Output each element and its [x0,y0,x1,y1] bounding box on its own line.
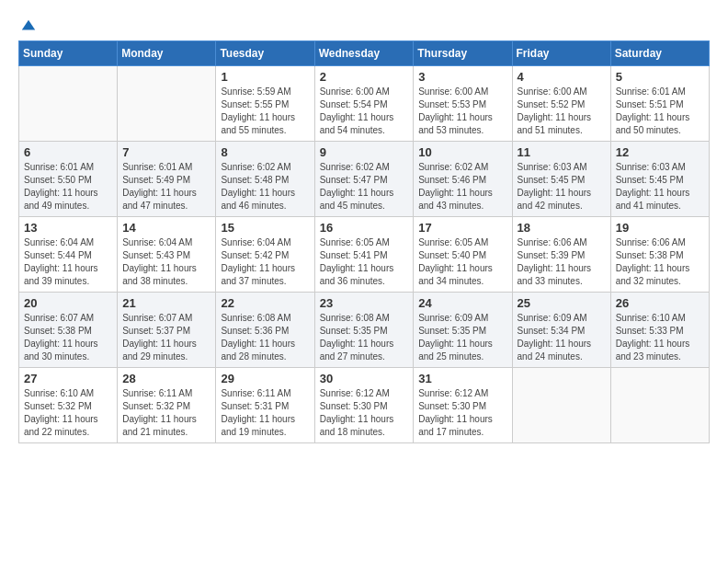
day-number: 23 [320,296,409,310]
day-info: Sunrise: 6:01 AMSunset: 5:51 PMDaylight:… [616,86,704,137]
calendar-cell: 25Sunrise: 6:09 AMSunset: 5:34 PMDayligh… [512,293,610,368]
day-number: 8 [221,145,309,159]
day-number: 11 [518,145,606,159]
day-info: Sunrise: 6:02 AMSunset: 5:48 PMDaylight:… [221,161,309,213]
calendar-cell: 16Sunrise: 6:05 AMSunset: 5:41 PMDayligh… [314,217,414,293]
day-number: 26 [616,296,704,310]
day-number: 31 [418,372,506,385]
calendar-cell: 1Sunrise: 5:59 AMSunset: 5:55 PMDaylight… [216,66,314,142]
column-header-wednesday: Wednesday [314,41,414,66]
day-number: 20 [24,296,112,310]
calendar-cell: 7Sunrise: 6:01 AMSunset: 5:49 PMDaylight… [118,142,216,217]
day-number: 17 [418,221,506,235]
calendar-header-row: SundayMondayTuesdayWednesdayThursdayFrid… [19,41,710,66]
day-info: Sunrise: 6:04 AMSunset: 5:42 PMDaylight:… [221,236,309,288]
calendar-cell: 23Sunrise: 6:08 AMSunset: 5:35 PMDayligh… [314,293,414,368]
calendar-cell: 22Sunrise: 6:08 AMSunset: 5:36 PMDayligh… [216,293,314,368]
day-info: Sunrise: 6:11 AMSunset: 5:32 PMDaylight:… [122,387,210,439]
calendar-cell: 4Sunrise: 6:00 AMSunset: 5:52 PMDaylight… [512,66,610,142]
day-info: Sunrise: 6:02 AMSunset: 5:46 PMDaylight:… [418,161,506,213]
day-number: 16 [320,221,409,235]
day-info: Sunrise: 6:09 AMSunset: 5:34 PMDaylight:… [518,312,606,363]
day-number: 4 [518,70,606,84]
column-header-monday: Monday [118,41,216,66]
day-number: 7 [122,145,210,159]
day-info: Sunrise: 6:07 AMSunset: 5:38 PMDaylight:… [24,312,112,363]
calendar-cell: 3Sunrise: 6:00 AMSunset: 5:53 PMDaylight… [414,66,512,142]
day-number: 3 [418,70,506,84]
day-number: 27 [24,372,112,385]
day-number: 13 [24,221,112,235]
calendar-cell: 30Sunrise: 6:12 AMSunset: 5:30 PMDayligh… [314,368,414,443]
day-number: 24 [418,296,506,310]
day-number: 14 [122,221,210,235]
calendar-table: SundayMondayTuesdayWednesdayThursdayFrid… [18,40,710,443]
calendar-week-row: 1Sunrise: 5:59 AMSunset: 5:55 PMDaylight… [19,66,710,142]
day-info: Sunrise: 6:10 AMSunset: 5:32 PMDaylight:… [24,387,112,439]
day-info: Sunrise: 6:00 AMSunset: 5:52 PMDaylight:… [518,86,606,137]
calendar-cell: 8Sunrise: 6:02 AMSunset: 5:48 PMDaylight… [216,142,314,217]
day-info: Sunrise: 6:05 AMSunset: 5:40 PMDaylight:… [418,236,506,288]
day-info: Sunrise: 6:12 AMSunset: 5:30 PMDaylight:… [320,387,409,439]
calendar-cell: 19Sunrise: 6:06 AMSunset: 5:38 PMDayligh… [610,217,709,293]
day-number: 18 [518,221,606,235]
day-number: 29 [221,372,309,385]
day-info: Sunrise: 6:09 AMSunset: 5:35 PMDaylight:… [418,312,506,363]
calendar-cell: 6Sunrise: 6:01 AMSunset: 5:50 PMDaylight… [19,142,118,217]
column-header-thursday: Thursday [414,41,512,66]
day-info: Sunrise: 6:04 AMSunset: 5:44 PMDaylight:… [24,236,112,288]
day-number: 10 [418,145,506,159]
day-number: 9 [320,145,409,159]
column-header-friday: Friday [512,41,610,66]
calendar-cell: 24Sunrise: 6:09 AMSunset: 5:35 PMDayligh… [414,293,512,368]
day-number: 22 [221,296,309,310]
calendar-cell: 14Sunrise: 6:04 AMSunset: 5:43 PMDayligh… [118,217,216,293]
day-info: Sunrise: 6:03 AMSunset: 5:45 PMDaylight:… [616,161,704,213]
calendar-week-row: 13Sunrise: 6:04 AMSunset: 5:44 PMDayligh… [19,217,710,293]
day-number: 30 [320,372,409,385]
day-number: 25 [518,296,606,310]
day-number: 5 [616,70,704,84]
page-header [18,18,710,31]
day-number: 12 [616,145,704,159]
calendar-week-row: 27Sunrise: 6:10 AMSunset: 5:32 PMDayligh… [19,368,710,443]
calendar-cell: 28Sunrise: 6:11 AMSunset: 5:32 PMDayligh… [118,368,216,443]
calendar-cell: 10Sunrise: 6:02 AMSunset: 5:46 PMDayligh… [414,142,512,217]
calendar-cell: 12Sunrise: 6:03 AMSunset: 5:45 PMDayligh… [610,142,709,217]
calendar-cell [610,368,709,443]
calendar-week-row: 20Sunrise: 6:07 AMSunset: 5:38 PMDayligh… [19,293,710,368]
calendar-cell: 5Sunrise: 6:01 AMSunset: 5:51 PMDaylight… [610,66,709,142]
day-info: Sunrise: 6:03 AMSunset: 5:45 PMDaylight:… [518,161,606,213]
calendar-cell: 17Sunrise: 6:05 AMSunset: 5:40 PMDayligh… [414,217,512,293]
calendar-cell: 20Sunrise: 6:07 AMSunset: 5:38 PMDayligh… [19,293,118,368]
logo [18,18,37,31]
day-info: Sunrise: 6:07 AMSunset: 5:37 PMDaylight:… [122,312,210,363]
day-info: Sunrise: 6:08 AMSunset: 5:36 PMDaylight:… [221,312,309,363]
day-info: Sunrise: 6:06 AMSunset: 5:38 PMDaylight:… [616,236,704,288]
column-header-saturday: Saturday [610,41,709,66]
day-info: Sunrise: 6:01 AMSunset: 5:50 PMDaylight:… [24,161,112,213]
day-number: 19 [616,221,704,235]
column-header-tuesday: Tuesday [216,41,314,66]
day-info: Sunrise: 6:00 AMSunset: 5:53 PMDaylight:… [418,86,506,137]
calendar-cell [512,368,610,443]
calendar-cell: 29Sunrise: 6:11 AMSunset: 5:31 PMDayligh… [216,368,314,443]
calendar-cell: 31Sunrise: 6:12 AMSunset: 5:30 PMDayligh… [414,368,512,443]
calendar-cell: 11Sunrise: 6:03 AMSunset: 5:45 PMDayligh… [512,142,610,217]
calendar-cell [19,66,118,142]
calendar-cell [118,66,216,142]
calendar-cell: 13Sunrise: 6:04 AMSunset: 5:44 PMDayligh… [19,217,118,293]
day-number: 1 [221,70,309,84]
calendar-cell: 26Sunrise: 6:10 AMSunset: 5:33 PMDayligh… [610,293,709,368]
day-info: Sunrise: 5:59 AMSunset: 5:55 PMDaylight:… [221,86,309,137]
svg-marker-0 [22,20,35,30]
calendar-cell: 9Sunrise: 6:02 AMSunset: 5:47 PMDaylight… [314,142,414,217]
day-info: Sunrise: 6:12 AMSunset: 5:30 PMDaylight:… [418,387,506,439]
day-info: Sunrise: 6:04 AMSunset: 5:43 PMDaylight:… [122,236,210,288]
day-info: Sunrise: 6:01 AMSunset: 5:49 PMDaylight:… [122,161,210,213]
day-number: 28 [122,372,210,385]
day-info: Sunrise: 6:08 AMSunset: 5:35 PMDaylight:… [320,312,409,363]
calendar-cell: 21Sunrise: 6:07 AMSunset: 5:37 PMDayligh… [118,293,216,368]
day-number: 2 [320,70,409,84]
day-number: 6 [24,145,112,159]
